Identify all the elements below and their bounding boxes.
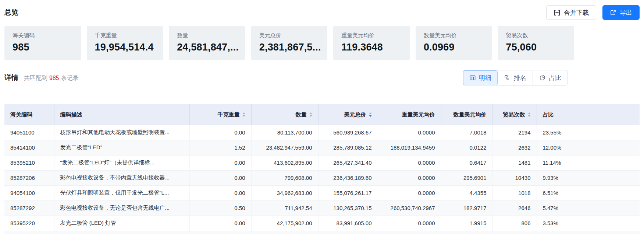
stat-value: 24,581,847,... bbox=[177, 42, 237, 53]
table-cell: 10430 bbox=[492, 170, 537, 185]
stat-card-kg-weight: 千克重量 19,954,514.4 bbox=[87, 26, 163, 60]
export-button[interactable]: 导出 bbox=[602, 5, 640, 20]
table-cell: 799,608.00 bbox=[251, 170, 318, 185]
column-header-usd-total[interactable]: 美元总价 bbox=[318, 104, 378, 125]
table-cell: 0.0000 bbox=[378, 125, 441, 140]
table-cell: 1.52 bbox=[189, 140, 251, 155]
details-heading: 详情 共匹配到985条记录 bbox=[4, 73, 79, 83]
table-cell: 0.6417 bbox=[441, 155, 492, 170]
table-cell: “发光二极管“LED”灯”（未提供详细标... bbox=[54, 155, 189, 170]
column-header-quantity[interactable]: 数量 bbox=[251, 104, 318, 125]
table-row[interactable]: 85395220发光二极管 (LED) 灯管0.0042,175,902.008… bbox=[4, 216, 640, 231]
table-row[interactable]: 85287292彩色电视接收设备，无论是否包含无线电广...0.50711,94… bbox=[4, 200, 640, 216]
table-cell: 94054100 bbox=[4, 185, 54, 200]
table-cell: 94051100 bbox=[4, 125, 54, 140]
stat-card-hs-code: 海关编码 985 bbox=[4, 26, 81, 60]
table-cell: 0.00 bbox=[189, 185, 251, 200]
stat-value: 19,954,514.4 bbox=[95, 42, 155, 53]
match-summary: 共匹配到985条记录 bbox=[24, 74, 79, 82]
pie-chart-icon bbox=[539, 74, 546, 81]
table-cell bbox=[251, 231, 318, 234]
column-header-usd-per-weight: 重量美元均价 bbox=[378, 104, 441, 125]
export-label: 导出 bbox=[620, 8, 632, 17]
sort-icon[interactable] bbox=[528, 112, 531, 117]
table-cell: 0.0000 bbox=[378, 155, 441, 170]
rank-icon bbox=[504, 74, 511, 81]
table-cell: 2194 bbox=[492, 125, 537, 140]
stat-value: 119.3648 bbox=[341, 42, 402, 53]
table-cell: 0.0000 bbox=[378, 185, 441, 200]
table-cell: 130,265,370.15 bbox=[318, 200, 378, 216]
merge-download-button[interactable]: 合并下载 bbox=[546, 5, 596, 20]
table-cell bbox=[441, 231, 492, 234]
table-cell: 560,939,268.67 bbox=[318, 125, 378, 140]
page-title: 总览 bbox=[4, 8, 18, 17]
table-cell bbox=[4, 231, 54, 234]
table-cell: 0.00 bbox=[189, 216, 251, 231]
table-cell: 3.53% bbox=[537, 216, 640, 231]
match-count: 985 bbox=[47, 75, 61, 81]
table-cell: 23,482,947,559.00 bbox=[251, 140, 318, 155]
table-cell bbox=[318, 231, 378, 234]
table-cell: 182.9717 bbox=[441, 200, 492, 216]
tab-proportion[interactable]: 占比 bbox=[533, 70, 567, 85]
table-cell: 83,991,605.00 bbox=[318, 216, 378, 231]
table-cell: 0.0000 bbox=[378, 216, 441, 231]
tab-label: 排名 bbox=[514, 74, 526, 82]
table-cell: 发光二极管“LED” bbox=[54, 140, 189, 155]
table-cell bbox=[189, 231, 251, 234]
stat-label: 数量 bbox=[177, 32, 237, 39]
table-cell: 2632 bbox=[492, 140, 537, 155]
column-label: 数量美元均价 bbox=[453, 111, 487, 118]
table-cell: 1481 bbox=[492, 155, 537, 170]
table-cell bbox=[54, 231, 189, 234]
toolbar: 合并下载 导出 bbox=[546, 5, 640, 20]
table-row[interactable]: 94051100枝形吊灯和其他电动天花板或墙壁照明装置...0.0080,113… bbox=[4, 125, 640, 140]
stat-card-trade-count: 贸易次数 75,060 bbox=[498, 26, 574, 60]
table-cell: 295.6901 bbox=[441, 170, 492, 185]
column-header-usd-per-quantity: 数量美元均价 bbox=[441, 104, 492, 125]
table-row[interactable]: 85414100发光二极管“LED”1.5223,482,947,559.002… bbox=[4, 140, 640, 155]
details-table: 海关编码 编码描述 千克重量 数量 美元总价 bbox=[4, 104, 640, 234]
merge-download-label: 合并下载 bbox=[564, 8, 589, 17]
details-bar: 详情 共匹配到985条记录 明细 bbox=[4, 70, 640, 85]
stat-label: 重量美元均价 bbox=[341, 32, 402, 39]
table-cell: 85287292 bbox=[4, 200, 54, 216]
column-header-trade-count[interactable]: 贸易次数 bbox=[492, 104, 537, 125]
sort-icon[interactable] bbox=[242, 112, 245, 117]
table-cell bbox=[378, 231, 441, 234]
table-icon bbox=[469, 74, 476, 81]
export-icon bbox=[610, 9, 616, 16]
column-label: 数量 bbox=[296, 111, 307, 118]
table-cell: 枝形吊灯和其他电动天花板或墙壁照明装置... bbox=[54, 125, 189, 140]
column-label: 编码描述 bbox=[60, 111, 82, 118]
table-cell: 0.00 bbox=[189, 170, 251, 185]
table-cell: 1018 bbox=[492, 185, 537, 200]
merge-cells-icon bbox=[554, 9, 561, 16]
table-row[interactable]: 94054100光伏灯具和照明装置，仅用于发光二极管“L...0.0034,96… bbox=[4, 185, 640, 200]
match-prefix: 共匹配到 bbox=[24, 75, 47, 81]
page: 总览 合并下载 bbox=[0, 0, 644, 234]
stat-value: 2,381,867,5... bbox=[259, 42, 320, 53]
tab-ranking[interactable]: 排名 bbox=[498, 70, 533, 85]
column-header-kg-weight[interactable]: 千克重量 bbox=[189, 104, 251, 125]
table-row[interactable]: 85395210“发光二极管“LED”灯”（未提供详细标...0.00413,6… bbox=[4, 155, 640, 170]
sort-icon[interactable] bbox=[309, 112, 312, 117]
column-header-description: 编码描述 bbox=[54, 104, 189, 125]
tab-detail[interactable]: 明细 bbox=[463, 70, 498, 85]
table-cell: 34,962,683.00 bbox=[251, 185, 318, 200]
table-row-partial bbox=[4, 231, 640, 234]
table-cell: 彩色电视接收设备，不带内置无线电接收器... bbox=[54, 170, 189, 185]
table-cell: 285,789,085.12 bbox=[318, 140, 378, 155]
table-cell: 806 bbox=[492, 216, 537, 231]
table-cell: 2646 bbox=[492, 200, 537, 216]
table-row[interactable]: 85287206彩色电视接收设备，不带内置无线电接收器...0.00799,60… bbox=[4, 170, 640, 185]
table-cell: 23.55% bbox=[537, 125, 640, 140]
sort-icon-active-desc[interactable] bbox=[369, 112, 372, 117]
table-cell: 0.00 bbox=[189, 155, 251, 170]
table-cell: 260,530,740.2967 bbox=[378, 200, 441, 216]
top-bar: 总览 合并下载 bbox=[4, 5, 640, 20]
column-header-share: 占比 bbox=[537, 104, 640, 125]
tab-label: 占比 bbox=[549, 74, 561, 82]
stat-card-usd-total: 美元总价 2,381,867,5... bbox=[251, 26, 328, 60]
